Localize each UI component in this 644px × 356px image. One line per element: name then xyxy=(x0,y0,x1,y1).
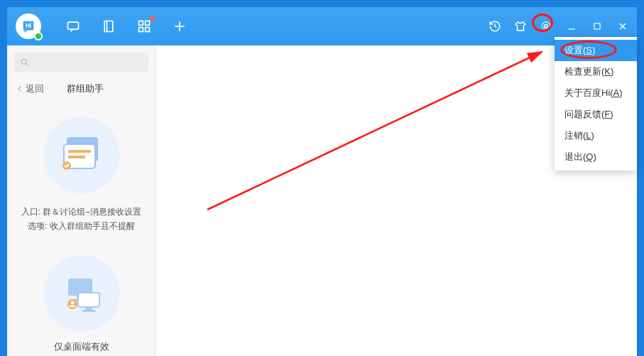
back-button[interactable]: 返回 xyxy=(16,82,44,95)
feature1-line2: 选项: 收入群组助手且不提醒 xyxy=(21,219,141,233)
breadcrumb: 返回 群组助手 xyxy=(7,72,155,102)
menu-item-0[interactable]: 设置(S) xyxy=(555,40,637,61)
feature-icon-doc xyxy=(43,117,120,193)
svg-rect-6 xyxy=(139,28,143,32)
chevron-left-icon xyxy=(16,85,24,93)
settings-dropdown-menu: 设置(S)检查更新(K)关于百度Hi(A)问题反馈(F)注销(L)退出(Q) xyxy=(555,37,637,171)
status-dot-online xyxy=(34,32,43,41)
back-label: 返回 xyxy=(26,82,44,95)
svg-rect-19 xyxy=(68,150,91,153)
svg-rect-4 xyxy=(139,21,143,26)
svg-point-10 xyxy=(545,25,548,28)
svg-point-29 xyxy=(70,301,74,304)
menu-item-5[interactable]: 退出(Q) xyxy=(555,146,637,168)
svg-rect-2 xyxy=(104,21,113,32)
svg-rect-1 xyxy=(68,22,79,29)
feature2-text: 仅桌面端有效 xyxy=(54,340,109,353)
svg-rect-12 xyxy=(594,23,600,29)
svg-rect-26 xyxy=(85,307,92,310)
settings-gear-icon[interactable] xyxy=(536,16,556,36)
feature-block-2: 仅桌面端有效 xyxy=(7,255,155,353)
svg-point-15 xyxy=(21,59,26,64)
contacts-icon[interactable] xyxy=(101,18,116,34)
svg-rect-27 xyxy=(82,310,95,312)
menu-item-4[interactable]: 注销(L) xyxy=(555,125,637,146)
add-icon[interactable] xyxy=(172,18,187,34)
apps-icon[interactable] xyxy=(136,18,152,34)
title-bar: Hi xyxy=(7,7,637,45)
search-icon xyxy=(20,58,30,68)
skin-icon[interactable] xyxy=(511,16,530,36)
search-input[interactable] xyxy=(34,58,143,68)
app-window: Hi xyxy=(7,7,637,356)
svg-rect-25 xyxy=(78,293,99,307)
search-box[interactable] xyxy=(14,53,148,72)
page-title: 群组助手 xyxy=(67,82,104,95)
app-logo[interactable]: Hi xyxy=(16,14,41,39)
svg-line-16 xyxy=(26,64,28,66)
svg-text:Hi: Hi xyxy=(26,23,31,29)
menu-item-3[interactable]: 问题反馈(F) xyxy=(555,104,637,125)
history-icon[interactable] xyxy=(485,16,505,36)
svg-rect-5 xyxy=(146,21,150,26)
sidebar: 返回 群组助手 入口: 群＆讨论组–消息接收设置 选项: 收入群组助手 xyxy=(7,45,156,356)
badge-dot xyxy=(150,16,155,21)
close-button[interactable] xyxy=(613,16,633,36)
feature-block-1: 入口: 群＆讨论组–消息接收设置 选项: 收入群组助手且不提醒 xyxy=(7,117,155,234)
svg-rect-7 xyxy=(146,28,150,32)
feature-icon-desktop xyxy=(43,255,120,332)
feature1-line1: 入口: 群＆讨论组–消息接收设置 xyxy=(21,205,141,219)
maximize-button[interactable] xyxy=(587,16,607,36)
minimize-button[interactable] xyxy=(562,16,582,36)
menu-item-1[interactable]: 检查更新(K) xyxy=(555,61,637,82)
menu-item-2[interactable]: 关于百度Hi(A) xyxy=(555,82,637,104)
svg-rect-20 xyxy=(68,156,85,158)
chat-icon[interactable] xyxy=(65,18,81,34)
